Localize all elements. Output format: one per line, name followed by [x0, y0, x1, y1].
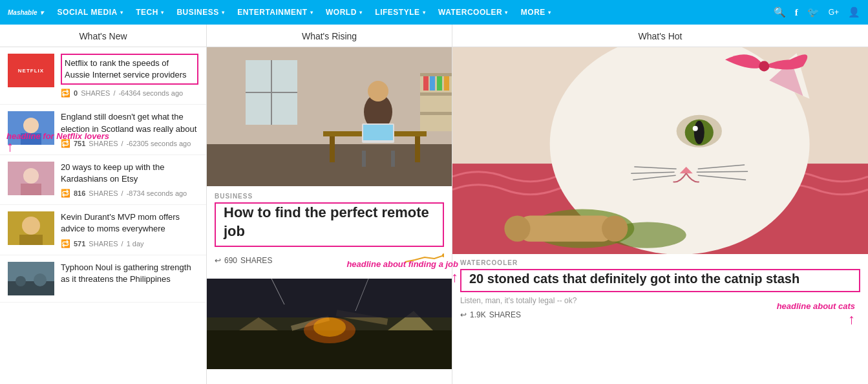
share-icon: ↩	[460, 310, 467, 319]
svg-rect-31	[420, 112, 452, 115]
whats-hot-header: What's Hot	[452, 25, 868, 47]
hot-category: WATERCOOLER	[452, 254, 868, 269]
article-meta: 🔁 816 SHARES / -8734 seconds ago	[61, 189, 198, 198]
chevron-down-icon: ▾	[505, 10, 508, 16]
svg-rect-5	[21, 184, 41, 195]
svg-point-11	[16, 276, 26, 286]
hot-title[interactable]: 20 stoned cats that definitely got into …	[460, 269, 860, 292]
svg-rect-8	[19, 235, 43, 245]
svg-point-69	[602, 215, 628, 241]
arrow-up-icon: ↑	[346, 269, 458, 286]
whats-new-header: What's New	[0, 25, 206, 47]
site-logo[interactable]: Mashable ▾	[8, 9, 43, 16]
article-title: Netflix to rank the speeds of Aussie Int…	[61, 54, 198, 85]
share-icon: 🔁	[61, 89, 70, 98]
svg-point-4	[23, 168, 39, 184]
svg-rect-15	[207, 47, 452, 144]
nav-world[interactable]: WORLD ▾	[319, 0, 368, 25]
chevron-down-icon: ▾	[359, 10, 363, 16]
thumbnail-illustration	[8, 162, 54, 195]
svg-point-7	[22, 217, 40, 235]
table-row[interactable]: 20 ways to keep up with the Kardashians …	[0, 155, 206, 205]
chevron-down-icon: ▾	[161, 10, 164, 16]
article-title: 20 ways to keep up with the Kardashians …	[61, 162, 198, 185]
chevron-down-icon: ▾	[120, 10, 123, 16]
rising-main-image	[207, 47, 452, 186]
svg-point-56	[693, 126, 698, 131]
chevron-down-icon: ▾	[310, 10, 313, 16]
svg-point-55	[694, 121, 704, 144]
table-row[interactable]: NETFLIX Netflix to rank the speeds of Au…	[0, 47, 206, 105]
article-title: Typhoon Noul is gathering strength as it…	[61, 262, 198, 285]
rising-secondary-image	[207, 279, 452, 369]
svg-point-12	[34, 273, 47, 286]
nav-icons: 🔍 f 🐦 G+ 👤	[774, 6, 860, 18]
hot-main-image	[452, 47, 868, 254]
job-annotation: headline about finding a job ↑	[346, 259, 458, 286]
svg-rect-67	[517, 215, 615, 241]
whats-new-column: What's New NETFLIX Netflix to rank the s…	[0, 25, 207, 384]
svg-rect-20	[330, 136, 335, 162]
svg-rect-27	[391, 151, 395, 167]
rising-title[interactable]: How to find the perfect remote job	[215, 202, 444, 247]
whats-rising-column: What's Rising	[207, 25, 452, 384]
article-info: Typhoon Noul is gathering strength as it…	[61, 262, 198, 295]
svg-rect-26	[362, 151, 366, 167]
rising-shares: ↩ 690 SHARES	[215, 256, 272, 265]
svg-point-64	[759, 61, 769, 71]
table-row[interactable]: Kevin Durant's MVP mom offers advice to …	[0, 205, 206, 255]
nav-entertainment[interactable]: ENTERTAINMENT ▾	[231, 0, 319, 25]
svg-point-36	[442, 253, 444, 257]
svg-rect-35	[444, 76, 449, 91]
netflix-annotation: headline for Netflix lovers ↑	[6, 131, 109, 155]
article-info: Kevin Durant's MVP mom offers advice to …	[61, 211, 198, 248]
nav-items: SOCIAL MEDIA ▾ TECH ▾ BUSINESS ▾ ENTERTA…	[51, 0, 774, 25]
article-thumbnail	[8, 262, 54, 295]
rising-category: BUSINESS	[207, 186, 452, 202]
user-icon[interactable]: 👤	[848, 6, 860, 18]
nav-business[interactable]: BUSINESS ▾	[170, 0, 231, 25]
article-info: Netflix to rank the speeds of Aussie Int…	[61, 54, 198, 98]
arrow-up-icon: ↑	[777, 311, 855, 328]
nav-lifestyle[interactable]: LIFESTYLE ▾	[368, 0, 432, 25]
article-list: NETFLIX Netflix to rank the speeds of Au…	[0, 47, 206, 303]
facebook-icon[interactable]: f	[795, 7, 798, 18]
whats-rising-header: What's Rising	[207, 25, 452, 47]
article-meta: 🔁 0 SHARES / -64364 seconds ago	[61, 89, 198, 98]
whats-hot-column: What's Hot	[452, 25, 868, 384]
search-icon[interactable]: 🔍	[774, 6, 786, 18]
svg-rect-34	[437, 76, 442, 91]
nav-tech[interactable]: TECH ▾	[129, 0, 170, 25]
share-icon: 🔁	[61, 239, 70, 248]
svg-rect-33	[430, 76, 435, 91]
svg-rect-10	[8, 281, 54, 295]
share-icon: 🔁	[61, 189, 70, 198]
twitter-icon[interactable]: 🐦	[807, 6, 820, 18]
svg-rect-29	[420, 73, 452, 76]
googleplus-icon[interactable]: G+	[829, 8, 839, 17]
nav-social-media[interactable]: SOCIAL MEDIA ▾	[51, 0, 130, 25]
desk-scene-illustration	[207, 47, 452, 186]
article-thumbnail	[8, 211, 54, 245]
article-thumbnail: NETFLIX	[8, 54, 54, 87]
share-icon: ↩	[215, 256, 221, 265]
svg-rect-32	[423, 76, 429, 91]
hot-article-block: 20 stoned cats that definitely got into …	[452, 269, 868, 292]
nav-more[interactable]: MORE ▾	[514, 0, 558, 25]
thumbnail-illustration	[8, 262, 54, 295]
navbar: Mashable ▾ SOCIAL MEDIA ▾ TECH ▾ BUSINES…	[0, 0, 868, 25]
chevron-down-icon: ▾	[222, 10, 225, 16]
nav-watercooler[interactable]: WATERCOOLER ▾	[432, 0, 514, 25]
svg-point-44	[313, 317, 346, 337]
chevron-down-icon: ▾	[548, 10, 551, 16]
svg-point-23	[368, 81, 388, 101]
table-row[interactable]: Typhoon Noul is gathering strength as it…	[0, 255, 206, 303]
rising-article-block: How to find the perfect remote job headl…	[207, 202, 452, 247]
article-meta: 🔁 571 SHARES / 1 day	[61, 239, 198, 248]
svg-point-68	[504, 215, 530, 241]
cat-illustration	[452, 47, 868, 254]
main-content: What's New NETFLIX Netflix to rank the s…	[0, 25, 868, 384]
article-thumbnail	[8, 162, 54, 195]
article-title: Kevin Durant's MVP mom offers advice to …	[61, 211, 198, 235]
svg-rect-25	[363, 125, 393, 140]
